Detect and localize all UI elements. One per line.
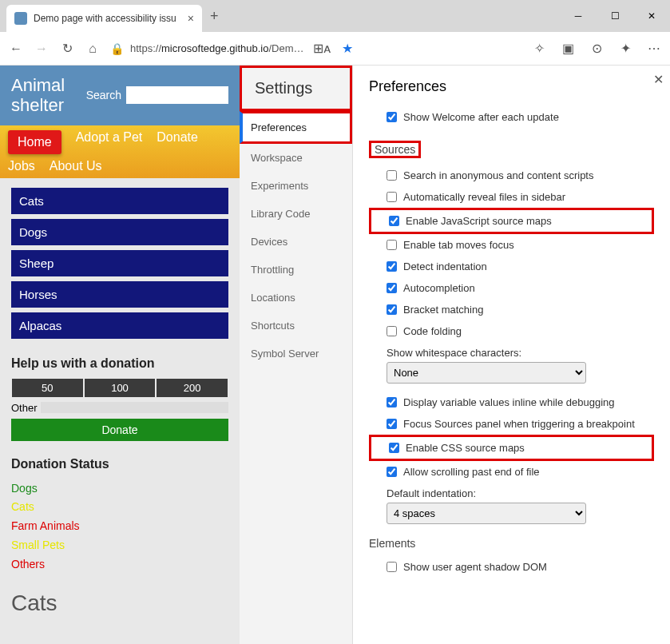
elements-opt-checkbox-0[interactable] — [387, 562, 397, 572]
settings-item-workspace[interactable]: Workspace — [240, 144, 352, 172]
back-button[interactable]: ← — [8, 41, 24, 57]
sources2-opt-row-3: Allow scrolling past end of file — [369, 461, 654, 483]
animal-item-sheep[interactable]: Sheep — [11, 250, 228, 276]
donation-amount-50[interactable]: 50 — [12, 379, 83, 397]
status-cats: Cats — [11, 498, 228, 517]
sources-opt-label-5: Autocompletion — [403, 282, 475, 294]
sources-opt-checkbox-7[interactable] — [387, 326, 397, 336]
sources-opt-row-2: Enable JavaScript source maps — [369, 208, 654, 234]
close-window-button[interactable]: ✕ — [633, 3, 670, 29]
search-label: Search — [86, 89, 121, 101]
sources-opt-checkbox-4[interactable] — [387, 261, 397, 272]
animal-item-cats[interactable]: Cats — [11, 188, 228, 214]
checkbox-show-welcome[interactable] — [387, 112, 397, 122]
donation-amount-100[interactable]: 100 — [85, 379, 156, 397]
home-button[interactable]: ⌂ — [85, 41, 101, 57]
indent-label: Default indentation: — [369, 483, 654, 503]
browser-tab[interactable]: Demo page with accessibility issu × — [6, 5, 202, 32]
appearance-icon[interactable]: ✦ — [617, 41, 633, 57]
settings-item-devices[interactable]: Devices — [240, 228, 352, 256]
sources2-opt-checkbox-3[interactable] — [387, 467, 397, 477]
settings-item-experiments[interactable]: Experiments — [240, 172, 352, 200]
sources-opt-checkbox-0[interactable] — [387, 170, 397, 181]
search-input[interactable] — [126, 86, 228, 104]
page-column[interactable]: Animal shelter Search HomeAdopt a PetDon… — [0, 66, 240, 644]
sources-opt-checkbox-1[interactable] — [387, 192, 397, 202]
sources-opt-checkbox-3[interactable] — [387, 240, 397, 250]
devtools-settings: ✕ Settings PreferencesWorkspaceExperimen… — [240, 66, 670, 644]
minimize-button[interactable]: ─ — [560, 3, 597, 29]
donation-amounts: 50100200 — [11, 379, 228, 397]
label-show-welcome: Show Welcome after each update — [403, 111, 559, 123]
sources-opt-label-0: Search in anonymous and content scripts — [403, 169, 593, 181]
sources2-opt-label-3: Allow scrolling past end of file — [403, 466, 540, 478]
nav-item-adopt-a-pet[interactable]: Adopt a Pet — [76, 130, 143, 154]
elements-heading: Elements — [369, 537, 654, 550]
extensions-icon[interactable]: ✧ — [531, 41, 547, 57]
settings-item-library-code[interactable]: Library Code — [240, 200, 352, 228]
nav-item-home[interactable]: Home — [8, 130, 61, 154]
elements-opt-row-0: Show user agent shadow DOM — [369, 556, 654, 578]
settings-item-shortcuts[interactable]: Shortcuts — [240, 312, 352, 340]
indent-select[interactable]: 4 spaces — [387, 503, 586, 524]
animal-item-horses[interactable]: Horses — [11, 281, 228, 308]
sources2-opt-row-1: Focus Sources panel when triggering a br… — [369, 413, 654, 435]
sources-opt-label-2: Enable JavaScript source maps — [406, 215, 552, 227]
preferences-panel[interactable]: Preferences Show Welcome after each upda… — [353, 66, 670, 644]
address-path: /Dem… — [268, 42, 303, 54]
collections-icon[interactable]: ▣ — [560, 41, 576, 57]
close-settings-button[interactable]: ✕ — [653, 72, 664, 87]
donation-status-section: Donation Status DogsCatsFarm AnimalsSmal… — [0, 449, 240, 582]
address-bar[interactable]: 🔒 https://microsoftedge.github.io/Dem… — [110, 42, 304, 55]
status-list: DogsCatsFarm AnimalsSmall PetsOthers — [11, 479, 228, 574]
translate-icon[interactable]: ⊞ᴀ — [314, 41, 330, 57]
nav-item-about-us[interactable]: About Us — [50, 159, 102, 173]
animal-item-dogs[interactable]: Dogs — [11, 219, 228, 245]
preferences-heading: Preferences — [369, 78, 654, 95]
sources2-opt-checkbox-2[interactable] — [389, 443, 399, 453]
donation-section: Help us with a donation 50100200 Other D… — [0, 348, 240, 449]
site-brand: Animal shelter — [11, 75, 86, 116]
elements-opt-label-0: Show user agent shadow DOM — [403, 561, 547, 573]
donation-heading: Help us with a donation — [11, 356, 228, 371]
sources-opt-row-5: Autocompletion — [369, 277, 654, 299]
close-tab-icon[interactable]: × — [188, 12, 194, 25]
overflow-menu-icon[interactable]: ⋯ — [646, 41, 662, 57]
settings-item-throttling[interactable]: Throttling — [240, 256, 352, 284]
settings-item-preferences[interactable]: Preferences — [240, 111, 352, 144]
settings-item-symbol-server[interactable]: Symbol Server — [240, 340, 352, 368]
sources-opt-checkbox-2[interactable] — [389, 216, 399, 226]
settings-item-locations[interactable]: Locations — [240, 284, 352, 312]
sources2-opt-row-0: Display variable values inline while deb… — [369, 392, 654, 413]
page-header: Animal shelter Search — [0, 66, 240, 125]
settings-sidebar: Settings PreferencesWorkspaceExperiments… — [240, 66, 353, 644]
new-tab-button[interactable]: + — [210, 8, 219, 25]
status-heading: Donation Status — [11, 457, 228, 471]
animal-item-alpacas[interactable]: Alpacas — [11, 312, 228, 339]
sources-opt-row-0: Search in anonymous and content scripts — [369, 165, 654, 186]
whitespace-select[interactable]: None — [387, 362, 586, 384]
nav-item-donate[interactable]: Donate — [157, 130, 198, 154]
tab-favicon — [14, 12, 27, 25]
other-amount-input[interactable] — [41, 402, 228, 413]
status-small-pets: Small Pets — [11, 536, 228, 555]
sources2-opt-checkbox-0[interactable] — [387, 397, 397, 407]
sources-opt-checkbox-6[interactable] — [387, 304, 397, 315]
address-host: microsoftedge.github.io — [161, 42, 268, 54]
main-nav: HomeAdopt a PetDonateJobsAbout Us — [0, 125, 240, 178]
sources2-opt-label-2: Enable CSS source maps — [406, 442, 525, 454]
donate-button[interactable]: Donate — [11, 419, 228, 441]
window-controls: ─ ☐ ✕ — [560, 3, 670, 29]
address-scheme: https:// — [130, 42, 161, 54]
favorite-star-icon[interactable]: ★ — [339, 41, 355, 57]
maximize-button[interactable]: ☐ — [597, 3, 633, 29]
sources-opt-row-1: Automatically reveal files in sidebar — [369, 186, 654, 208]
performance-icon[interactable]: ⊙ — [589, 41, 605, 57]
nav-item-jobs[interactable]: Jobs — [8, 159, 35, 173]
sources-opt-label-3: Enable tab moves focus — [403, 239, 514, 251]
reload-button[interactable]: ↻ — [59, 41, 75, 57]
sources2-opt-checkbox-1[interactable] — [387, 419, 397, 429]
forward-button: → — [34, 41, 50, 57]
donation-amount-200[interactable]: 200 — [157, 379, 228, 397]
sources-opt-checkbox-5[interactable] — [387, 283, 397, 293]
